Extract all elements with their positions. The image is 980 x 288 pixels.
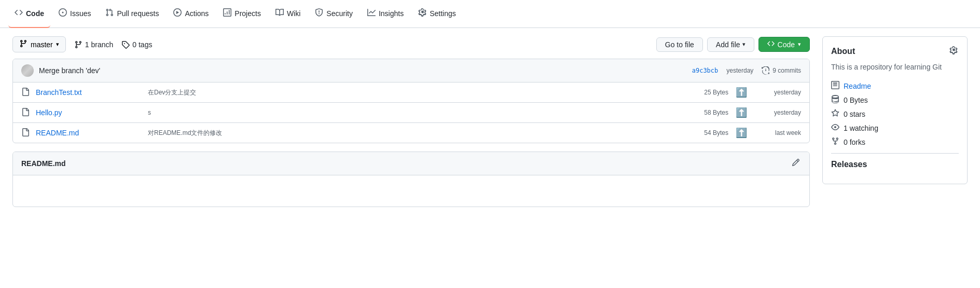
settings-icon [418, 8, 426, 18]
nav-item-projects[interactable]: Projects [217, 0, 267, 28]
table-row[interactable]: Hello.py s 58 Bytes ⬆️ yesterday [13, 103, 809, 123]
commit-time: yesterday [726, 67, 753, 74]
stat-forks: 0 forks [831, 137, 959, 147]
forks-value: 0 forks [844, 138, 865, 146]
cloud-upload-icon: ⬆️ [736, 87, 747, 98]
file-name-link[interactable]: README.md [36, 129, 79, 137]
watching-value: 1 watching [844, 124, 878, 132]
star-icon [831, 109, 839, 119]
nav-issues-label: Issues [70, 9, 91, 18]
readme-edit-button[interactable] [791, 157, 801, 170]
about-stats: Readme 0 Bytes 0 stars [831, 81, 959, 147]
file-icon [21, 88, 36, 98]
go-to-file-button[interactable]: Go to file [656, 37, 703, 52]
nav-security-label: Security [326, 9, 353, 18]
nav-wiki-label: Wiki [287, 9, 300, 18]
readme-body [13, 175, 809, 207]
main-container: master ▾ 1 branch 0 tags Go to file [0, 28, 980, 215]
chevron-down-icon: ▾ [56, 41, 59, 48]
file-name-link[interactable]: Hello.py [36, 108, 62, 117]
table-row[interactable]: BranchTest.txt 在Dev分支上提交 25 Bytes ⬆️ yes… [13, 83, 809, 103]
branch-count-link[interactable]: 1 branch [74, 40, 113, 49]
file-size: 25 Bytes [687, 89, 728, 96]
stat-size: 0 Bytes [831, 95, 959, 105]
commit-row: Merge branch 'dev' a9c3bcb yesterday 9 c… [13, 59, 809, 83]
chevron-down-icon: ▾ [798, 41, 801, 48]
nav-insights-label: Insights [379, 9, 404, 18]
repo-content: master ▾ 1 branch 0 tags Go to file [12, 36, 810, 207]
file-name[interactable]: Hello.py [36, 108, 140, 117]
issues-icon [59, 8, 67, 18]
file-time: yesterday [754, 89, 801, 96]
file-time: yesterday [754, 109, 801, 116]
file-size: 54 Bytes [687, 129, 728, 136]
file-name[interactable]: README.md [36, 129, 140, 137]
nav-item-wiki[interactable]: Wiki [269, 0, 307, 28]
stat-watching: 1 watching [831, 123, 959, 133]
cloud-upload-icon: ⬆️ [736, 107, 747, 118]
nav-projects-label: Projects [234, 9, 261, 18]
code-icon [15, 8, 23, 18]
file-size: 58 Bytes [687, 109, 728, 116]
nav-item-issues[interactable]: Issues [52, 0, 97, 28]
readme-header: README.md [13, 152, 809, 175]
stars-value: 0 stars [844, 110, 865, 118]
top-nav: Code Issues Pull requests Actions Projec… [0, 0, 980, 28]
projects-icon [223, 8, 231, 18]
add-file-label: Add file [716, 40, 740, 49]
commits-count-text: 9 commits [772, 67, 801, 74]
file-icon [21, 128, 36, 138]
database-icon [831, 95, 839, 105]
branch-left: master ▾ 1 branch 0 tags [12, 36, 152, 52]
branch-meta: 1 branch 0 tags [74, 40, 153, 49]
branch-selector[interactable]: master ▾ [12, 36, 66, 52]
sidebar: About This is a repository for learning … [822, 36, 968, 207]
nav-pr-label: Pull requests [117, 9, 159, 18]
readme-title: README.md [21, 159, 66, 168]
stat-readme: Readme [831, 81, 959, 91]
code-btn-label: Code [778, 40, 795, 49]
file-description: 在Dev分支上提交 [140, 88, 687, 97]
file-sync-icon: ⬆️ [728, 107, 754, 118]
nav-item-pull-requests[interactable]: Pull requests [99, 0, 165, 28]
code-btn-icon [767, 40, 775, 49]
add-file-button[interactable]: Add file ▾ [707, 37, 754, 52]
table-row[interactable]: README.md 对README.md文件的修改 54 Bytes ⬆️ la… [13, 123, 809, 143]
branch-right: Go to file Add file ▾ Code ▾ [656, 37, 810, 52]
readme-link[interactable]: Readme [844, 82, 871, 90]
file-name-link[interactable]: BranchTest.txt [36, 88, 82, 97]
about-header: About [831, 45, 959, 58]
nav-item-security[interactable]: Security [309, 0, 359, 28]
nav-item-insights[interactable]: Insights [361, 0, 410, 28]
commits-count-link[interactable]: 9 commits [762, 66, 801, 75]
branch-name: master [31, 40, 53, 49]
about-description: This is a repository for learning Git [831, 62, 959, 73]
pull-requests-icon [105, 8, 114, 18]
commit-message: Merge branch 'dev' [39, 66, 100, 75]
commit-info-left: Merge branch 'dev' [21, 64, 100, 77]
nav-item-settings[interactable]: Settings [412, 0, 462, 28]
about-settings-button[interactable] [948, 45, 959, 58]
file-description: 对README.md文件的修改 [140, 129, 687, 138]
code-button[interactable]: Code ▾ [758, 37, 810, 52]
insights-icon [367, 8, 376, 18]
cloud-upload-icon: ⬆️ [736, 128, 747, 138]
file-sync-icon: ⬆️ [728, 127, 754, 139]
nav-settings-label: Settings [430, 9, 456, 18]
nav-item-actions[interactable]: Actions [167, 0, 215, 28]
wiki-icon [275, 8, 284, 18]
file-time: last week [754, 129, 801, 136]
nav-item-code[interactable]: Code [8, 0, 50, 28]
branch-count-text: 1 branch [85, 40, 113, 49]
about-title: About [831, 47, 855, 56]
readme-icon [831, 81, 839, 91]
file-sync-icon: ⬆️ [728, 87, 754, 98]
tag-count-link[interactable]: 0 tags [121, 40, 152, 49]
commit-hash[interactable]: a9c3bcb [692, 67, 719, 74]
eye-icon [831, 123, 839, 133]
commit-info-right: a9c3bcb yesterday 9 commits [692, 66, 801, 75]
file-name[interactable]: BranchTest.txt [36, 88, 140, 97]
actions-icon [173, 8, 182, 18]
file-table: Merge branch 'dev' a9c3bcb yesterday 9 c… [12, 59, 810, 143]
security-icon [315, 8, 323, 18]
